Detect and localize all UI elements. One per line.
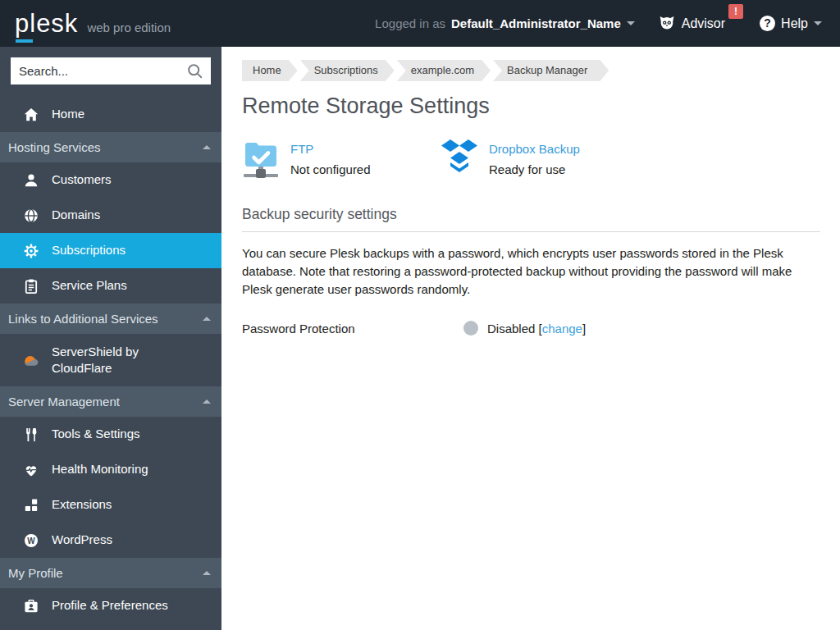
- id-card-icon: [23, 598, 39, 614]
- backup-security-heading: Backup security settings: [242, 206, 820, 232]
- search-icon[interactable]: [186, 62, 204, 84]
- chevron-up-icon: [203, 571, 211, 575]
- dropbox-icon[interactable]: [441, 138, 478, 184]
- chevron-up-icon: [203, 317, 211, 321]
- sidebar-item-tools-settings[interactable]: Tools & Settings: [0, 417, 221, 452]
- dropbox-storage-option: Dropbox Backup Ready for use: [441, 138, 580, 184]
- home-icon: [23, 107, 39, 123]
- sidebar-item-label: Extensions: [52, 496, 112, 513]
- heart-pulse-icon: [23, 462, 39, 478]
- main-content: Home Subscriptions example.com Backup Ma…: [221, 47, 840, 630]
- section-label: Links to Additional Services: [8, 312, 158, 326]
- sidebar-section-my-profile[interactable]: My Profile: [0, 558, 221, 588]
- ftp-folder-icon[interactable]: [242, 138, 280, 184]
- sidebar-item-servershield[interactable]: ServerShield by CloudFlare: [0, 334, 221, 386]
- sidebar-item-service-plans[interactable]: Service Plans: [0, 268, 221, 304]
- advisor-label: Advisor: [682, 16, 725, 31]
- section-label: Server Management: [8, 395, 120, 409]
- topbar-right: Logged in as Default_Administrator_Name …: [375, 13, 840, 34]
- dropbox-texts: Dropbox Backup Ready for use: [489, 138, 580, 184]
- ftp-status: Not configured: [290, 162, 371, 176]
- password-protection-status: Disabled: [487, 322, 535, 336]
- tools-icon: [23, 427, 39, 443]
- topbar: plesk web pro edition Logged in as Defau…: [0, 0, 840, 47]
- sidebar-section-server-management[interactable]: Server Management: [0, 386, 221, 417]
- sidebar-item-label: Service Plans: [52, 277, 127, 294]
- chevron-down-icon: [627, 21, 635, 25]
- user-icon: [23, 172, 39, 189]
- ftp-storage-option: FTP Not configured: [242, 138, 441, 184]
- chevron-up-icon: [203, 399, 211, 404]
- sidebar-item-profile-preferences[interactable]: Profile & Preferences: [0, 588, 221, 623]
- gear-icon: [23, 243, 39, 259]
- sidebar-item-wordpress[interactable]: W WordPress: [0, 523, 221, 558]
- breadcrumb-backup-manager: Backup Manager: [493, 60, 609, 81]
- help-menu[interactable]: ? Help: [760, 16, 822, 31]
- sidebar-section-additional-services[interactable]: Links to Additional Services: [0, 304, 221, 334]
- password-protection-label: Password Protection: [242, 322, 463, 336]
- dropbox-status: Ready for use: [489, 162, 580, 176]
- sidebar-item-label: ServerShield by CloudFlare: [52, 344, 195, 377]
- status-dot-disabled: [463, 321, 478, 336]
- admin-account-dropdown[interactable]: Default_Administrator_Name: [451, 16, 635, 30]
- security-description: You can secure Plesk backups with a pass…: [242, 244, 819, 299]
- change-link[interactable]: change: [542, 322, 582, 336]
- sidebar-item-label: Subscriptions: [52, 242, 126, 258]
- sidebar-nav: Home Hosting Services Customers Domains: [0, 47, 221, 630]
- storage-options-row: FTP Not configured Dropbox Backup Ready …: [242, 138, 820, 184]
- sidebar-item-health-monitoring[interactable]: Health Monitoring: [0, 452, 221, 487]
- search-box: [0, 47, 221, 97]
- chevron-up-icon: [203, 145, 211, 149]
- edition-label: web pro edition: [87, 21, 171, 34]
- clipboard-icon: [23, 278, 39, 294]
- search-input[interactable]: [11, 57, 211, 84]
- sidebar-item-subscriptions[interactable]: Subscriptions: [0, 233, 221, 268]
- sidebar-item-label: Customers: [52, 171, 112, 188]
- sidebar-item-label: Profile & Preferences: [52, 597, 168, 614]
- logged-in-as-label: Logged in as: [375, 16, 445, 30]
- svg-text:W: W: [27, 536, 35, 545]
- cloudflare-icon: [23, 352, 39, 368]
- dropbox-backup-link[interactable]: Dropbox Backup: [489, 142, 580, 156]
- sidebar-item-domains[interactable]: Domains: [0, 198, 221, 233]
- blocks-icon: [23, 497, 39, 514]
- section-label: Hosting Services: [8, 140, 101, 154]
- admin-name: Default_Administrator_Name: [451, 16, 621, 30]
- chevron-down-icon: [814, 21, 822, 25]
- sidebar-item-label: Tools & Settings: [52, 426, 140, 442]
- sidebar-item-home[interactable]: Home: [0, 97, 221, 132]
- logo-text: plesk: [15, 11, 78, 36]
- sidebar-item-label: Health Monitoring: [52, 461, 148, 477]
- wordpress-icon: W: [23, 532, 39, 549]
- sidebar-item-label: WordPress: [52, 532, 112, 548]
- breadcrumb-home[interactable]: Home: [242, 60, 298, 81]
- help-icon: ?: [760, 16, 775, 31]
- breadcrumb-example-com[interactable]: example.com: [397, 60, 491, 81]
- section-label: My Profile: [8, 566, 63, 580]
- password-protection-row: Password Protection Disabled [ change ]: [242, 321, 820, 336]
- sidebar-section-hosting-services[interactable]: Hosting Services: [0, 132, 221, 162]
- bracket-right: ]: [582, 322, 586, 336]
- owl-icon: [658, 13, 676, 34]
- sidebar-item-customers[interactable]: Customers: [0, 162, 221, 198]
- breadcrumb: Home Subscriptions example.com Backup Ma…: [242, 60, 820, 81]
- plesk-logo[interactable]: plesk web pro edition: [0, 11, 171, 36]
- sidebar-item-extensions[interactable]: Extensions: [0, 487, 221, 523]
- help-label: Help: [781, 16, 808, 31]
- page-title: Remote Storage Settings: [242, 94, 820, 119]
- sidebar-item-label: Home: [52, 106, 84, 122]
- globe-icon: [23, 208, 39, 224]
- advisor-alert-badge: !: [728, 4, 743, 19]
- ftp-link[interactable]: FTP: [290, 142, 371, 156]
- sidebar-item-label: Domains: [52, 207, 100, 223]
- breadcrumb-subscriptions[interactable]: Subscriptions: [300, 60, 395, 81]
- advisor-button[interactable]: Advisor !: [658, 13, 743, 34]
- ftp-texts: FTP Not configured: [290, 138, 371, 184]
